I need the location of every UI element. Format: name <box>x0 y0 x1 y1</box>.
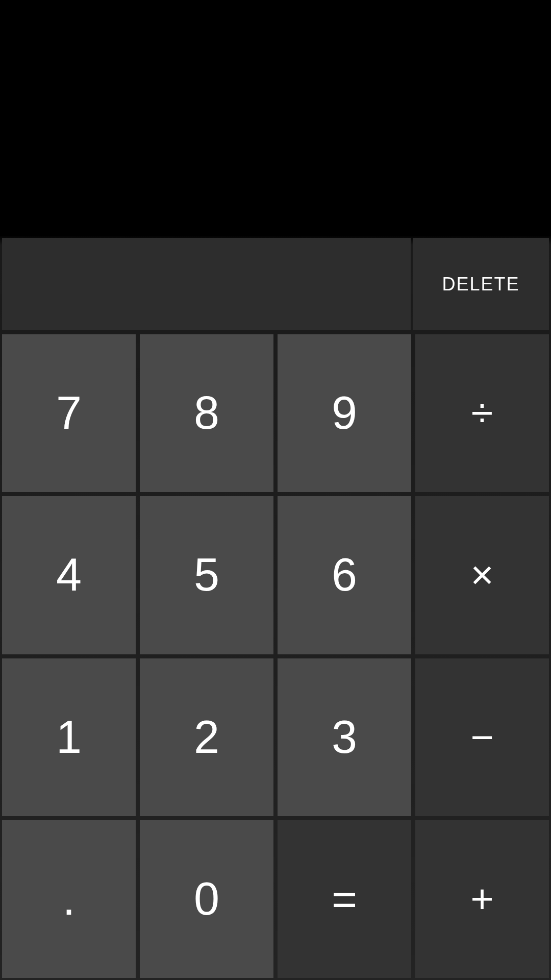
keypad-row-2: 4 5 6 × <box>2 496 549 654</box>
digit-5-button[interactable]: 5 <box>140 496 273 654</box>
delete-row: DELETE <box>0 236 551 330</box>
digit-9-button[interactable]: 9 <box>278 334 411 492</box>
digit-8-button[interactable]: 8 <box>140 334 273 492</box>
minus-button[interactable]: − <box>415 658 549 816</box>
digit-7-button[interactable]: 7 <box>2 334 136 492</box>
multiply-button[interactable]: × <box>415 496 549 654</box>
keypad-row-3: 1 2 3 − <box>2 658 549 816</box>
delete-row-spacer <box>2 238 411 330</box>
display-area <box>0 0 551 236</box>
keypad: DELETE 7 8 9 ÷ 4 5 6 × 1 2 3 − . 0 = + <box>0 236 551 980</box>
digit-1-button[interactable]: 1 <box>2 658 136 816</box>
decimal-button[interactable]: . <box>2 820 136 978</box>
digit-6-button[interactable]: 6 <box>278 496 411 654</box>
digit-2-button[interactable]: 2 <box>140 658 273 816</box>
keypad-row-1: 7 8 9 ÷ <box>2 334 549 492</box>
plus-button[interactable]: + <box>415 820 549 978</box>
main-keypad-rows: 7 8 9 ÷ 4 5 6 × 1 2 3 − . 0 = + <box>0 330 551 980</box>
delete-button[interactable]: DELETE <box>413 238 549 330</box>
digit-0-button[interactable]: 0 <box>140 820 273 978</box>
keypad-row-4: . 0 = + <box>2 820 549 978</box>
equals-button[interactable]: = <box>278 820 411 978</box>
digit-4-button[interactable]: 4 <box>2 496 136 654</box>
digit-3-button[interactable]: 3 <box>278 658 411 816</box>
divide-button[interactable]: ÷ <box>415 334 549 492</box>
